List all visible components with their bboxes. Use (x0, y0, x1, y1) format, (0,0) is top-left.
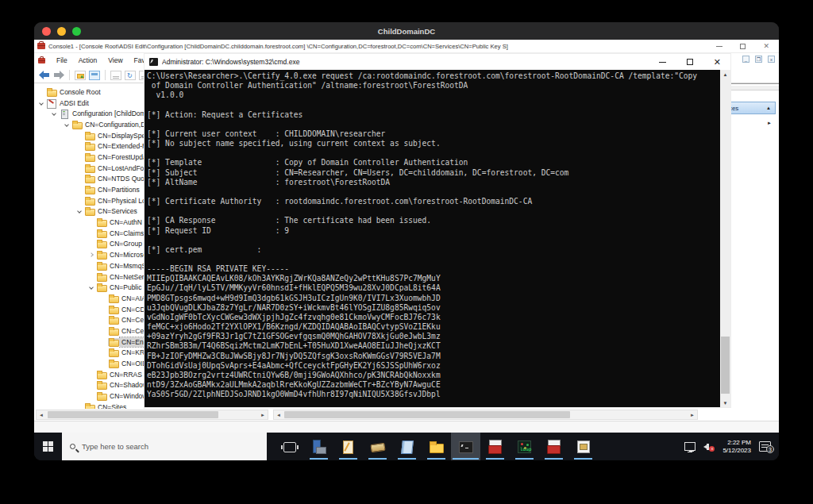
menu-file[interactable]: File (56, 56, 67, 64)
taskbar-app-file-explorer[interactable] (422, 433, 451, 460)
tree-item[interactable]: CN=Group Key Distribution Service (34, 239, 144, 250)
taskbar-app-computer-management[interactable] (304, 433, 333, 460)
chevron-icon[interactable] (48, 112, 59, 115)
running-indicator (427, 458, 445, 460)
child-minimize-icon[interactable]: _ (742, 56, 749, 63)
folder-icon (84, 403, 96, 409)
tree-item[interactable]: Configuration [ChildDomainDC.childdomain… (34, 108, 144, 119)
taskbar-app-notepad-certificate[interactable] (333, 433, 363, 460)
running-indicator (368, 458, 387, 460)
list-horizontal-scrollbar[interactable]: ◄ ► (273, 410, 698, 420)
cmd-window[interactable]: Administrator: C:\Windows\system32\cmd.e… (144, 54, 730, 407)
tree-item[interactable]: CN=NetServices (34, 271, 144, 283)
tree-item[interactable]: CN=Shadow Principal Configuration (34, 380, 144, 391)
properties-icon[interactable] (110, 71, 121, 80)
network-icon[interactable] (684, 442, 695, 451)
chevron-icon[interactable] (86, 253, 96, 256)
tree-item[interactable]: CN=Windows NT (34, 391, 144, 402)
clock-date: 5/12/2023 (722, 447, 751, 455)
close-icon[interactable]: ✕ (763, 44, 769, 49)
tree-item[interactable]: Console Root (34, 87, 144, 98)
computer-management-icon (311, 440, 326, 454)
taskbar-app-mmc-toolbox-2[interactable] (539, 433, 568, 460)
menu-view[interactable]: View (108, 56, 122, 64)
command-prompt-icon (459, 441, 473, 453)
taskbar-app-blue-notebook[interactable] (392, 433, 422, 460)
mmc-titlebar[interactable]: Console1 - [Console Root\ADSI Edit\Confi… (34, 40, 779, 53)
scroll-thumb[interactable] (48, 411, 218, 418)
scroll-thumb[interactable] (721, 337, 730, 394)
vm-titlebar: ChildDomainDC (34, 22, 779, 40)
tree-item[interactable]: CN=Configuration,DC=forestroot,DC=com (34, 119, 144, 130)
chevron-icon[interactable] (86, 286, 96, 289)
tree-item[interactable]: CN=AuthN Policy Configuration (34, 217, 144, 228)
scroll-right-icon[interactable]: ► (258, 410, 268, 419)
tree-item[interactable]: CN=RRAS (34, 369, 144, 380)
scroll-down-icon[interactable]: ▼ (720, 398, 730, 407)
tree-item[interactable]: CN=AIA (34, 293, 144, 304)
tree-item[interactable]: CN=ForestUpdates (34, 152, 144, 163)
start-button[interactable] (34, 433, 62, 460)
tree-item[interactable]: CN=Sites (34, 402, 144, 409)
folder-icon (84, 186, 96, 194)
taskbar-app-mmc-toolbox[interactable] (480, 433, 510, 460)
minimize-icon[interactable] (716, 46, 722, 47)
close-icon[interactable]: ✕ (714, 59, 721, 66)
tree-item[interactable]: ADSI Edit (34, 98, 144, 109)
forward-icon[interactable] (53, 71, 64, 79)
back-icon[interactable] (39, 71, 50, 79)
taskbar-app-task-view[interactable] (275, 433, 304, 460)
tree-item[interactable]: CN=KRA (34, 348, 144, 359)
show-console-tree-icon[interactable] (89, 71, 100, 80)
taskbar-app-ldp-ldap[interactable]: ldap (510, 433, 539, 460)
restore-icon[interactable] (740, 44, 746, 49)
tree-horizontal-scrollbar[interactable]: ◄ ► (36, 410, 268, 420)
adsi-icon (46, 99, 58, 107)
scroll-thumb[interactable] (284, 411, 570, 418)
tree-item[interactable]: CN=Partitions (34, 184, 144, 195)
tree-item[interactable]: CN=Certificate Templates (34, 314, 144, 325)
tree-item-selected[interactable]: CN=Enrollment Services (34, 337, 144, 348)
menu-action[interactable]: Action (79, 56, 98, 64)
volume-muted-icon[interactable]: x (703, 442, 715, 452)
up-one-level-icon[interactable]: ▲ (75, 71, 86, 80)
taskbar-app-wallet[interactable] (363, 433, 392, 460)
chevron-icon[interactable] (61, 123, 71, 126)
tree-item[interactable]: CN=Physical Locations (34, 195, 144, 206)
collapse-icon[interactable]: ▲ (766, 106, 771, 110)
action-center-icon[interactable]: 3 (759, 441, 771, 452)
chevron-icon[interactable] (74, 210, 84, 213)
scroll-up-icon[interactable]: ▲ (720, 70, 730, 79)
tree-item[interactable]: CN=Claims Configuration (34, 228, 144, 239)
expand-right-icon[interactable]: ► (767, 121, 772, 125)
tree-item[interactable]: CN=Public Key Services (34, 282, 144, 293)
taskbar-clock[interactable]: 2:22 PM 5/12/2023 (722, 439, 751, 454)
tree-item[interactable]: CN=Services (34, 206, 144, 217)
folder-icon (108, 338, 120, 346)
cmd-titlebar[interactable]: Administrator: C:\Windows\system32\cmd.e… (144, 54, 730, 70)
child-window-icon (38, 58, 45, 63)
minimize-icon[interactable] (659, 62, 666, 63)
child-close-icon[interactable]: x (768, 56, 775, 63)
tree-item[interactable]: CN=Certification Authorities (34, 325, 144, 337)
tree-item[interactable]: CN=OID (34, 358, 144, 369)
tree-item[interactable]: CN=CDP (34, 304, 144, 315)
tree-item[interactable]: CN=DisplaySpecifiers (34, 130, 144, 141)
taskbar-search[interactable]: Type here to search (62, 433, 267, 460)
refresh-icon[interactable]: ↻ (125, 71, 136, 80)
scroll-right-icon[interactable]: ► (688, 410, 697, 419)
tree-item[interactable]: CN=MsmqServices (34, 260, 144, 271)
tree-item[interactable]: CN=NTDS Quotas (34, 174, 144, 185)
scroll-left-icon[interactable]: ◄ (274, 410, 283, 419)
tree-item[interactable]: CN=Extended-Rights (34, 140, 144, 152)
tree-item[interactable]: CN=Microsoft SPP (34, 249, 144, 260)
taskbar-app-command-prompt[interactable] (451, 433, 480, 460)
cmd-vertical-scrollbar[interactable]: ▲ ▼ (720, 70, 730, 407)
taskbar-app-image-viewer[interactable] (568, 433, 598, 460)
scroll-left-icon[interactable]: ◄ (37, 410, 46, 419)
cmd-content[interactable]: C:\Users\Researcher>.\Certify_4.0.exe re… (144, 70, 730, 407)
child-restore-icon[interactable]: ❐ (755, 56, 762, 63)
chevron-icon[interactable] (36, 102, 46, 105)
maximize-icon[interactable] (687, 59, 693, 65)
tree-item[interactable]: CN=LostAndFoundConfig (34, 163, 144, 174)
